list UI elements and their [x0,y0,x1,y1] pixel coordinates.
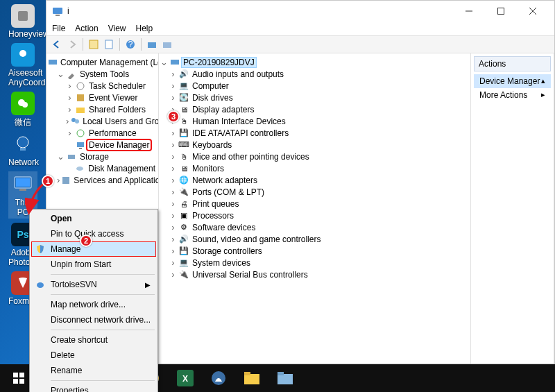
close-button[interactable] [517,1,549,22]
ctx-mapdrive[interactable]: Map network drive... [31,297,156,312]
maximize-button[interactable] [485,1,517,22]
device-category[interactable]: ›⚙Software devices [160,221,469,233]
ctx-disconnect[interactable]: Disconnect network drive... [31,312,156,327]
desktop-label: 微信 [15,117,31,127]
ctx-delete[interactable]: Delete [31,348,156,363]
tree-services[interactable]: ›Services and Applications [48,174,157,186]
services-icon [61,175,71,186]
expand-icon[interactable]: › [169,164,177,172]
device-root[interactable]: ⌄PC-20190829JDVJ [160,56,469,68]
expand-icon[interactable]: › [169,200,177,207]
expand-icon[interactable]: › [169,153,177,160]
ctx-rename[interactable]: Rename [31,363,156,378]
expand-icon[interactable]: › [66,82,74,90]
ctx-open[interactable]: Open [31,211,156,226]
expand-icon[interactable]: › [169,70,177,78]
ctx-unpin[interactable]: Unpin from Start [31,257,156,272]
forward-button[interactable] [66,38,78,51]
device-category[interactable]: ›▣Processors [160,210,469,221]
taskbar-explorer2[interactable] [269,364,301,392]
tree-taskscheduler[interactable]: ›Task Scheduler [48,80,157,92]
minimize-button[interactable] [453,1,485,22]
ctx-tortoisesvn[interactable]: TortoiseSVN▶ [31,277,156,292]
expand-icon[interactable]: › [169,94,177,101]
desktop-icon-anycoord[interactable]: Aiseesoft AnyCoord [8,43,37,87]
tree-storage[interactable]: ⌄Storage [48,151,157,162]
expand-icon[interactable]: › [169,82,177,90]
device-category[interactable]: ›💾IDE ATA/ATAPI controllers [160,127,469,139]
menu-action[interactable]: Action [75,24,98,33]
ctx-manage[interactable]: Manage [31,241,156,257]
expand-icon[interactable]: › [66,94,74,101]
expand-icon[interactable]: › [66,129,74,137]
taskbar-explorer[interactable] [236,364,268,392]
expand-icon[interactable]: › [169,235,177,243]
device-category[interactable]: ›🖥Display adapters [160,103,469,115]
device-category[interactable]: ›💾Storage controllers [160,245,469,257]
tree-systemtools[interactable]: ⌄System Tools [48,68,157,80]
desktop-icon-wechat[interactable]: 微信 [8,92,37,128]
desktop-icon-network[interactable]: Network [8,133,37,167]
caret-up-icon: ▴ [541,76,545,86]
menu-view[interactable]: View [108,24,126,33]
expand-icon[interactable]: › [169,129,177,137]
expand-icon[interactable]: › [169,176,177,184]
device-category[interactable]: ›🖨Print queues [160,198,469,210]
toolbar-icon[interactable] [103,38,115,51]
expand-icon[interactable]: › [169,259,177,266]
actions-device-manager[interactable]: Device Manager▴ [474,74,551,88]
ctx-shortcut[interactable]: Create shortcut [31,332,156,348]
expand-icon[interactable]: › [169,223,177,231]
device-category[interactable]: ›🔊Sound, video and game controllers [160,233,469,245]
ctx-pin[interactable]: Pin to Quick access [31,226,156,241]
collapse-icon[interactable]: ⌄ [57,70,65,78]
toolbar-icon[interactable] [161,38,173,51]
expand-icon[interactable]: › [57,176,60,184]
device-category[interactable]: ›🔊Audio inputs and outputs [160,68,469,80]
tree-diskmgmt[interactable]: Disk Management [48,162,157,174]
svg-rect-23 [77,94,84,101]
toolbar-icon[interactable] [146,38,158,51]
tree-eventviewer[interactable]: ›Event Viewer [48,92,157,103]
device-category[interactable]: ›⌨Keyboards [160,139,469,151]
tree-root[interactable]: Computer Management (Local) [48,56,157,68]
menu-file[interactable]: File [52,24,65,33]
expand-icon[interactable]: › [169,212,177,219]
device-category[interactable]: ›💻Computer [160,80,469,92]
device-category[interactable]: ›🔌Ports (COM & LPT) [160,186,469,198]
tree-performance[interactable]: ›Performance [48,127,157,139]
expand-icon[interactable]: › [169,141,177,148]
taskbar-app[interactable] [203,364,234,392]
device-category[interactable]: ›🌐Network adapters [160,174,469,186]
help-button[interactable]: ? [124,38,137,51]
back-button[interactable] [51,38,63,51]
menu-help[interactable]: Help [136,24,153,33]
desktop-icon-honeyview[interactable]: Honeyview [8,4,37,39]
device-category[interactable]: ›💻System devices [160,257,469,269]
actions-more[interactable]: More Actions▸ [474,88,551,102]
device-icon: 🌐 [178,175,189,186]
disk-icon [75,163,86,174]
expand-icon[interactable]: › [66,105,74,113]
device-category[interactable]: ›💽Disk drives [160,92,469,103]
expand-icon[interactable]: › [169,271,177,278]
tree-localusers[interactable]: ›Local Users and Groups [48,115,157,127]
collapse-icon[interactable]: ⌄ [160,58,168,66]
device-category[interactable]: ›🔌Universal Serial Bus controllers [160,269,469,280]
tree-devicemanager[interactable]: Device Manager [48,139,157,151]
device-category[interactable]: ›🖥Monitors [160,162,469,174]
taskbar-excel[interactable]: X [169,364,201,392]
perf-icon [75,128,86,139]
device-category[interactable]: ›🖱Human Interface Devices [160,115,469,127]
ctx-properties[interactable]: Properties [31,383,156,392]
expand-icon[interactable]: › [169,247,177,255]
expand-icon[interactable]: › [169,188,177,196]
svg-rect-21 [49,60,57,65]
toolbar-icon[interactable] [87,38,100,51]
tree-sharedfolders[interactable]: ›Shared Folders [48,103,157,115]
expand-icon[interactable]: › [66,117,69,125]
titlebar[interactable]: i [46,1,554,22]
collapse-icon[interactable]: ⌄ [57,153,65,160]
step-badge-2: 2 [80,235,92,247]
device-category[interactable]: ›🖱Mice and other pointing devices [160,151,469,162]
